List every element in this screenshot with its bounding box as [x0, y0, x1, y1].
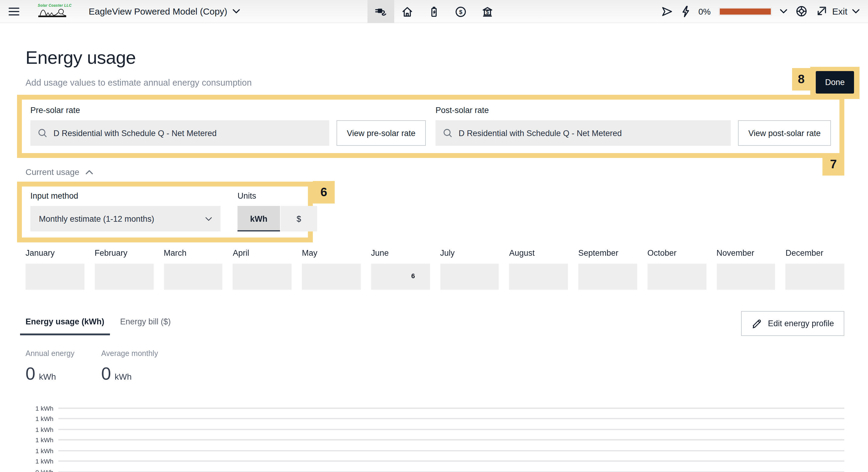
annual-energy-value: 0	[26, 364, 35, 384]
chart-gridline-row: 1 kWh	[26, 456, 844, 467]
usage-stats: Annual energy 0 kWh Average monthly 0 kW…	[26, 349, 844, 384]
done-button[interactable]: Done	[816, 71, 854, 94]
chart-gridline-row: 1 kWh	[26, 413, 844, 424]
chevron-down-icon[interactable]	[780, 9, 787, 13]
page-subtitle: Add usage values to estimate annual ener…	[26, 78, 844, 88]
month-cell-august: August	[509, 248, 568, 290]
average-monthly-unit: kWh	[115, 372, 132, 381]
month-label: September	[578, 248, 637, 258]
month-cell-october: October	[648, 248, 706, 290]
progress-percent: 0%	[699, 6, 711, 16]
pre-solar-rate-section: Pre-solar rate D Residential with Schedu…	[30, 106, 426, 146]
month-label: November	[716, 248, 775, 258]
month-usage-input[interactable]	[716, 264, 775, 290]
annotation-step-7: 7	[823, 153, 844, 176]
current-usage-toggle[interactable]: Current usage	[26, 167, 93, 177]
month-usage-input[interactable]	[26, 264, 85, 290]
month-label: December	[786, 248, 845, 258]
chart-gridline	[58, 450, 844, 451]
units-label: Units	[238, 191, 317, 200]
units-option-kwh[interactable]: kWh	[238, 206, 280, 231]
month-label: October	[648, 248, 706, 258]
month-cell-april: April	[233, 248, 292, 290]
month-usage-input[interactable]	[371, 264, 430, 290]
progress-bar	[719, 7, 772, 15]
month-usage-input[interactable]	[440, 264, 499, 290]
chart-gridline	[58, 440, 844, 441]
current-usage-label: Current usage	[26, 167, 79, 177]
send-icon[interactable]	[661, 5, 673, 17]
chevron-down-icon	[852, 9, 860, 13]
page-title: Energy usage	[26, 48, 844, 68]
annual-energy-unit: kWh	[39, 372, 56, 381]
view-post-solar-rate-button[interactable]: View post-solar rate	[738, 120, 831, 146]
summary-tabs: Energy usage (kWh) Energy bill ($)	[26, 311, 171, 335]
mode-nav: $ $	[367, 0, 501, 23]
post-solar-rate-value: D Residential with Schedule Q - Net Mete…	[459, 128, 622, 137]
topbar: Solar Coaster LLC EagleView Powered Mode…	[0, 0, 868, 23]
post-solar-rate-section: Post-solar rate D Residential with Sched…	[436, 106, 831, 146]
lightning-icon[interactable]	[681, 5, 691, 17]
tab-energy-bill[interactable]: Energy bill ($)	[120, 311, 171, 335]
svg-text:$: $	[486, 9, 489, 15]
nav-consumption-tab[interactable]	[367, 0, 394, 23]
month-usage-input[interactable]	[95, 264, 154, 290]
view-pre-solar-rate-button[interactable]: View pre-solar rate	[337, 120, 426, 146]
nav-financing-tab[interactable]: $	[474, 0, 501, 23]
exit-control[interactable]: Exit	[816, 5, 860, 17]
month-label: February	[95, 248, 154, 258]
menu-button[interactable]	[6, 5, 22, 18]
chevron-down-icon	[232, 9, 240, 13]
usage-chart: 1 kWh1 kWh1 kWh1 kWh1 kWh1 kWh0 kWh	[26, 403, 844, 472]
edit-energy-profile-button[interactable]: Edit energy profile	[741, 311, 844, 336]
month-usage-input[interactable]	[164, 264, 223, 290]
rates-highlight-box: Pre-solar rate D Residential with Schedu…	[17, 95, 844, 158]
energy-usage-page: Energy usage Add usage values to estimat…	[0, 48, 868, 472]
chart-gridline	[58, 461, 844, 462]
nav-pricing-tab[interactable]: $	[447, 0, 474, 23]
plug-icon	[374, 5, 387, 18]
month-cell-september: September	[578, 248, 637, 290]
annotation-step-8: 8	[792, 68, 810, 91]
chart-y-tick-label: 1 kWh	[26, 426, 54, 433]
energy-usage-screen: Solar Coaster LLC EagleView Powered Mode…	[0, 0, 868, 472]
hamburger-icon	[8, 7, 20, 15]
post-solar-rate-input[interactable]: D Residential with Schedule Q - Net Mete…	[436, 120, 731, 146]
tab-energy-usage-kwh[interactable]: Energy usage (kWh)	[20, 311, 110, 335]
search-icon	[38, 128, 48, 138]
average-monthly-label: Average monthly	[101, 349, 158, 358]
month-usage-input[interactable]	[578, 264, 637, 290]
input-method-select[interactable]: Monthly estimate (1-12 months)	[30, 206, 220, 231]
chart-gridline-row: 1 kWh	[26, 435, 844, 445]
month-usage-input[interactable]	[302, 264, 361, 290]
month-label: March	[164, 248, 223, 258]
chart-y-tick-label: 1 kWh	[26, 458, 54, 465]
month-cell-july: July	[440, 248, 499, 290]
month-usage-input[interactable]	[509, 264, 568, 290]
chevron-up-icon	[85, 170, 93, 174]
chevron-down-icon	[205, 217, 212, 221]
chart-y-tick-label: 1 kWh	[26, 447, 54, 454]
month-label: June	[371, 248, 430, 258]
month-cell-february: February	[95, 248, 154, 290]
exit-icon	[816, 5, 827, 17]
units-section: Units kWh $	[238, 191, 317, 231]
nav-home-tab[interactable]	[394, 0, 421, 23]
summary-row: Energy usage (kWh) Energy bill ($) Edit …	[26, 311, 844, 336]
units-option-dollar[interactable]: $	[280, 206, 317, 231]
pre-solar-rate-input[interactable]: D Residential with Schedule Q - Net Mete…	[30, 120, 329, 146]
month-usage-input[interactable]	[786, 264, 845, 290]
nav-battery-tab[interactable]	[421, 0, 447, 23]
edit-energy-profile-label: Edit energy profile	[768, 319, 834, 328]
units-toggle: kWh $	[238, 206, 317, 231]
month-usage-input[interactable]	[233, 264, 292, 290]
dollar-circle-icon: $	[454, 5, 467, 18]
help-icon[interactable]	[795, 5, 808, 18]
chart-gridline	[58, 429, 844, 430]
month-cell-january: January	[26, 248, 85, 290]
chart-gridline-row: 1 kWh	[26, 403, 844, 413]
month-usage-input[interactable]	[648, 264, 706, 290]
month-cell-november: November	[716, 248, 775, 290]
project-title[interactable]: EagleView Powered Model (Copy)	[89, 6, 240, 17]
done-annotation: 8 Done	[792, 67, 860, 99]
